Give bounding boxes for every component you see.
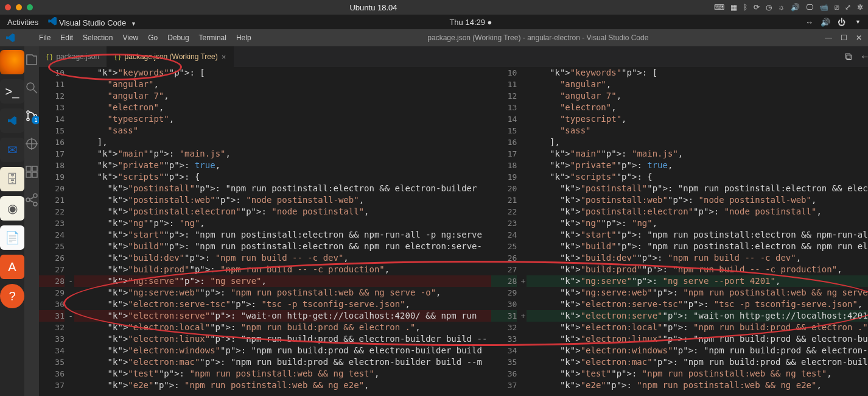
keyboard-icon[interactable]: ⌨: [714, 3, 724, 12]
code-left: "k">"keywords""p">: [ "angular", "angula…: [74, 67, 491, 396]
editor-area: { } package.json { } package.json (Worki…: [39, 46, 868, 396]
live-share-icon[interactable]: [24, 193, 39, 207]
tab-label: package.json (Working Tree): [125, 52, 218, 61]
tab-package-json[interactable]: { } package.json: [39, 46, 107, 67]
chevron-down-icon: ▼: [855, 19, 861, 25]
settings-gear-icon[interactable]: ✲: [857, 3, 863, 12]
dock-vscode[interactable]: [0, 108, 24, 133]
code-right: "k">"keywords""p">: [ "angular", "angula…: [527, 67, 868, 396]
expand-icon[interactable]: ⤢: [845, 3, 851, 12]
maximize-icon[interactable]: ☐: [841, 34, 847, 42]
json-file-icon: { }: [46, 53, 52, 60]
activity-bar: 1: [24, 46, 39, 396]
dock-software[interactable]: A: [0, 255, 24, 279]
explorer-icon[interactable]: [24, 52, 39, 67]
minimize-icon[interactable]: —: [825, 34, 832, 42]
menu-go[interactable]: Go: [148, 34, 158, 42]
json-file-icon: { }: [114, 53, 121, 60]
close-window-button[interactable]: [5, 4, 11, 10]
svg-rect-8: [26, 166, 31, 171]
brightness-icon[interactable]: ☼: [778, 3, 785, 12]
ubuntu-top-panel: Activities Visual Studio Code ▼ Thu 14:2…: [0, 15, 868, 29]
menu-file[interactable]: File: [39, 34, 51, 42]
dock-help[interactable]: ?: [0, 284, 24, 308]
tab-package-json-working-tree[interactable]: { } package.json (Working Tree) ×: [107, 46, 234, 67]
app-name-label: Visual Studio Code: [59, 18, 126, 27]
panel-clock[interactable]: Thu 14:29 ●: [136, 18, 805, 27]
editor-actions: ⧉ ← → ¶ ◫ ⋯: [845, 46, 868, 67]
diff-right-pane[interactable]: 10111213141516171819202122232425262728+2…: [491, 67, 868, 396]
diff-left-pane[interactable]: 10111213141516171819202122232425262728-2…: [39, 67, 491, 396]
window-titlebar: Ubuntu 18.04 ⌨ ▦ ᛒ ⟳ ◷ ☼ 🔊 🖵 📹 ⎚ ⤢ ✲: [0, 0, 868, 15]
system-status-area[interactable]: ↔ 🔊 ⏻ ▼: [805, 18, 861, 27]
menu-view[interactable]: View: [122, 34, 138, 42]
svg-point-2: [27, 111, 29, 113]
network-icon[interactable]: ↔: [805, 18, 813, 27]
source-control-icon[interactable]: 1: [24, 108, 39, 123]
ubuntu-dock: >_ ✉ 🗄 ◉ 📄 A ?: [0, 46, 24, 396]
chevron-down-icon: ▼: [131, 21, 136, 27]
maximize-window-button[interactable]: [27, 4, 33, 10]
update-icon[interactable]: ⟳: [754, 3, 760, 12]
menu-debug[interactable]: Debug: [167, 34, 189, 42]
menu-selection[interactable]: Selection: [83, 34, 113, 42]
vscode-titlebar: File Edit Selection View Go Debug Termin…: [0, 29, 868, 46]
vscode-logo-icon: [48, 17, 57, 26]
app-menu[interactable]: Visual Studio Code ▼: [48, 17, 136, 27]
prev-change-icon[interactable]: ←: [860, 51, 868, 62]
monitor-icon[interactable]: 🖵: [806, 3, 813, 12]
svg-rect-9: [32, 166, 37, 171]
vscode-logo-icon: [6, 34, 15, 42]
menu-help[interactable]: Help: [236, 34, 251, 42]
open-changes-icon[interactable]: ⧉: [845, 51, 852, 62]
svg-line-1: [33, 90, 37, 93]
menu-bar: File Edit Selection View Go Debug Termin…: [39, 34, 251, 42]
bluetooth-icon[interactable]: ᛒ: [743, 3, 747, 12]
menu-edit[interactable]: Edit: [60, 34, 73, 42]
window-controls: [5, 4, 33, 10]
grid-icon[interactable]: ▦: [730, 3, 737, 12]
display-icon[interactable]: ⎚: [835, 3, 839, 12]
debug-icon[interactable]: [24, 136, 39, 151]
svg-rect-10: [26, 172, 31, 177]
dock-thunderbird[interactable]: ✉: [0, 138, 24, 162]
dock-firefox[interactable]: [0, 50, 24, 74]
line-numbers-right: 10111213141516171819202122232425262728+2…: [491, 67, 527, 396]
dock-terminal[interactable]: >_: [0, 79, 24, 104]
menu-terminal[interactable]: Terminal: [199, 34, 226, 42]
volume-icon[interactable]: 🔊: [791, 3, 800, 12]
dock-libreoffice[interactable]: 📄: [0, 225, 24, 250]
window-title-text: package.json (Working Tree) - angular-el…: [251, 34, 825, 42]
activities-button[interactable]: Activities: [7, 18, 38, 27]
gnome-status-icons: ⌨ ▦ ᛒ ⟳ ◷ ☼ 🔊 🖵 📹 ⎚ ⤢ ✲: [714, 3, 863, 12]
line-numbers-left: 10111213141516171819202122232425262728-2…: [39, 67, 74, 396]
window-title: Ubuntu 18.04: [33, 3, 714, 12]
notification-dot-icon: ●: [488, 18, 492, 27]
close-icon[interactable]: ✕: [856, 34, 862, 42]
tab-label: package.json: [56, 52, 99, 61]
extensions-icon[interactable]: [24, 164, 39, 179]
titlebar-window-controls: — ☐ ✕: [825, 34, 862, 42]
camera-icon[interactable]: 📹: [819, 3, 828, 12]
clock-icon[interactable]: ◷: [766, 3, 772, 12]
volume-icon[interactable]: 🔊: [821, 18, 830, 27]
svg-point-3: [27, 118, 29, 121]
dock-files[interactable]: 🗄: [0, 167, 24, 191]
tab-bar: { } package.json { } package.json (Worki…: [39, 46, 868, 67]
search-icon[interactable]: [24, 80, 39, 95]
close-icon[interactable]: ×: [222, 52, 226, 62]
minimize-window-button[interactable]: [16, 4, 22, 10]
svg-rect-11: [32, 172, 37, 177]
diff-editor[interactable]: 10111213141516171819202122232425262728-2…: [39, 67, 868, 396]
power-icon[interactable]: ⏻: [838, 18, 845, 27]
svg-point-0: [27, 83, 34, 90]
dock-rhythmbox[interactable]: ◉: [0, 196, 24, 221]
